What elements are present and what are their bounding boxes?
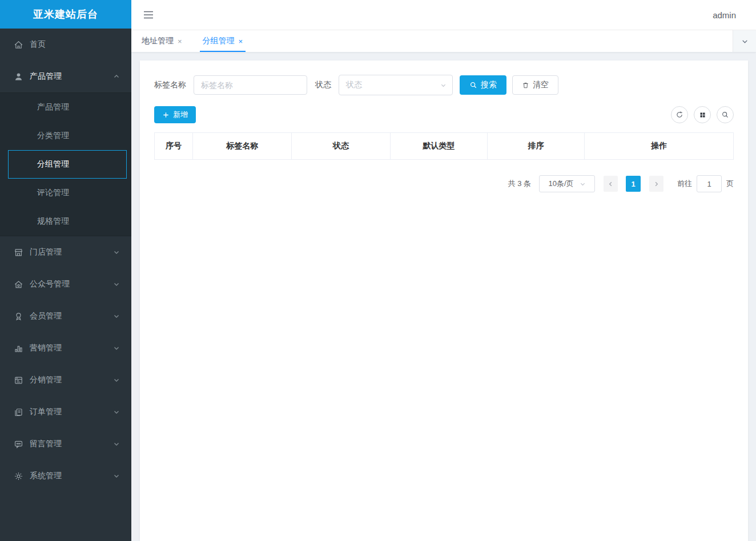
prev-page-button[interactable]	[604, 176, 618, 192]
top-navbar: admin	[131, 0, 756, 30]
tab-bar: 地址管理×分组管理×	[131, 30, 756, 52]
chevron-down-icon	[741, 38, 749, 45]
tab-list: 地址管理×分组管理×	[131, 30, 253, 52]
status-filter-select[interactable]: 状态	[339, 75, 453, 95]
sidebar-item-系统管理[interactable]: 系统管理	[0, 460, 131, 492]
shop-icon	[14, 248, 23, 257]
tab-label: 地址管理	[142, 36, 174, 46]
sidebar-subitem-规格管理[interactable]: 规格管理	[0, 207, 131, 236]
distribution-icon	[14, 376, 23, 385]
grid-icon	[699, 111, 706, 119]
chevron-down-icon	[113, 249, 120, 256]
current-page-button[interactable]: 1	[626, 176, 641, 192]
official-account-icon	[14, 280, 23, 289]
sidebar-item-label: 公众号管理	[30, 279, 70, 289]
content-area: 标签名称 状态 状态 搜索	[131, 52, 756, 541]
page-size-select[interactable]: 10条/页	[539, 175, 595, 192]
tab-close-icon[interactable]: ×	[239, 37, 243, 46]
app-title: 亚米建站后台	[0, 0, 131, 29]
pagination: 共 3 条 10条/页 1	[154, 175, 734, 192]
sidebar-item-会员管理[interactable]: 会员管理	[0, 300, 131, 332]
chevron-down-icon	[113, 345, 120, 352]
status-select-placeholder: 状态	[346, 80, 362, 90]
sidebar-item-label: 会员管理	[30, 311, 62, 321]
app-root: 亚米建站后台 首页产品管理产品管理分类管理分组管理评论管理规格管理门店管理公众号…	[0, 0, 756, 541]
next-page-button[interactable]	[649, 176, 663, 192]
sidebar-item-label: 订单管理	[30, 407, 62, 417]
trash-icon	[522, 82, 529, 89]
column-header-操作: 操作	[585, 133, 734, 160]
tab-close-icon[interactable]: ×	[178, 37, 182, 46]
add-button-label: 新增	[173, 110, 188, 120]
sidebar-item-分销管理[interactable]: 分销管理	[0, 364, 131, 396]
sidebar-item-首页[interactable]: 首页	[0, 29, 131, 60]
page-size-value: 10条/页	[548, 179, 573, 189]
search-icon	[721, 111, 729, 119]
user-menu[interactable]: admin	[713, 10, 736, 20]
tab-分组管理[interactable]: 分组管理×	[192, 30, 254, 52]
chevron-down-icon	[113, 441, 120, 447]
sidebar-item-label: 系统管理	[30, 471, 62, 481]
member-icon	[14, 312, 23, 321]
table-toolbar: 新增	[154, 106, 734, 123]
sidebar-item-label: 产品管理	[30, 71, 62, 82]
sidebar-item-订单管理[interactable]: 订单管理	[0, 396, 131, 428]
clear-button-label: 清空	[533, 80, 549, 90]
sidebar-item-产品管理[interactable]: 产品管理	[0, 60, 131, 92]
sidebar-menu: 首页产品管理产品管理分类管理分组管理评论管理规格管理门店管理公众号管理会员管理营…	[0, 29, 131, 541]
total-count: 共 3 条	[508, 179, 531, 189]
message-icon	[14, 439, 23, 449]
chevron-down-icon	[580, 181, 586, 187]
goto-page-input[interactable]	[697, 175, 722, 192]
sidebar-item-label: 门店管理	[30, 247, 62, 257]
sidebar-subitem-分类管理[interactable]: 分类管理	[0, 122, 131, 150]
table-search-button[interactable]	[717, 106, 734, 123]
goto-suffix: 页	[726, 179, 734, 189]
table-header-row: 序号标签名称状态默认类型排序操作	[155, 133, 734, 160]
sidebar-subitem-评论管理[interactable]: 评论管理	[0, 179, 131, 207]
tab-label: 分组管理	[203, 36, 235, 46]
status-filter-label: 状态	[315, 80, 331, 90]
content-card: 标签名称 状态 状态 搜索	[140, 60, 748, 541]
sidebar-item-label: 营销管理	[30, 343, 62, 353]
sidebar: 亚米建站后台 首页产品管理产品管理分类管理分组管理评论管理规格管理门店管理公众号…	[0, 0, 131, 541]
column-header-标签名称: 标签名称	[193, 133, 292, 160]
chevron-up-icon	[113, 73, 120, 80]
search-button[interactable]: 搜索	[460, 75, 506, 95]
columns-button[interactable]	[694, 106, 711, 123]
refresh-button[interactable]	[671, 106, 688, 123]
column-header-默认类型: 默认类型	[390, 133, 487, 160]
sidebar-item-公众号管理[interactable]: 公众号管理	[0, 268, 131, 300]
data-table: 序号标签名称状态默认类型排序操作	[154, 132, 734, 160]
sidebar-item-门店管理[interactable]: 门店管理	[0, 236, 131, 268]
user-icon	[14, 72, 23, 82]
home-icon	[14, 40, 23, 50]
chevron-down-icon	[113, 313, 120, 320]
sidebar-subitem-分组管理[interactable]: 分组管理	[8, 150, 127, 179]
add-button[interactable]: 新增	[154, 106, 196, 123]
main-column: admin 地址管理×分组管理× 标签名称 状态 状态	[131, 0, 756, 541]
search-icon	[469, 81, 477, 89]
name-filter-label: 标签名称	[154, 80, 186, 90]
sidebar-item-留言管理[interactable]: 留言管理	[0, 428, 131, 460]
hamburger-menu-icon[interactable]	[143, 10, 154, 19]
chevron-down-icon	[113, 281, 120, 288]
tab-地址管理[interactable]: 地址管理×	[131, 30, 192, 52]
column-header-状态: 状态	[292, 133, 390, 160]
order-icon	[14, 407, 23, 417]
chevron-down-icon	[113, 409, 120, 415]
sidebar-subitem-产品管理[interactable]: 产品管理	[0, 93, 131, 122]
name-filter-input[interactable]	[194, 75, 307, 95]
sidebar-submenu: 产品管理分类管理分组管理评论管理规格管理	[0, 92, 131, 236]
clear-button[interactable]: 清空	[512, 75, 558, 95]
chevron-down-icon	[440, 82, 447, 88]
tab-actions-dropdown[interactable]	[733, 30, 756, 52]
goto-label: 前往	[677, 179, 692, 189]
settings-icon	[14, 471, 23, 481]
chevron-down-icon	[113, 377, 120, 383]
chevron-left-icon	[608, 181, 614, 187]
search-button-label: 搜索	[481, 80, 497, 90]
refresh-icon	[675, 111, 683, 119]
sidebar-item-营销管理[interactable]: 营销管理	[0, 332, 131, 364]
column-header-排序: 排序	[488, 133, 585, 160]
